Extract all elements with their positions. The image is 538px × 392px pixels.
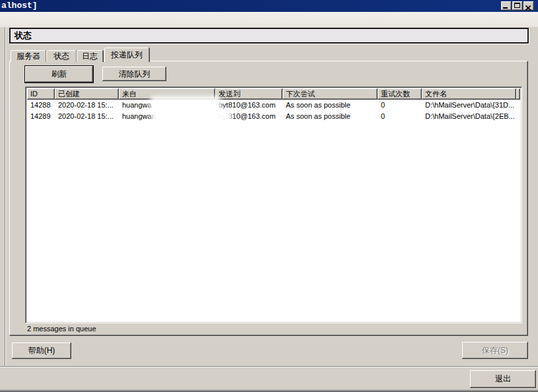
tab-status[interactable]: 状态 [46,50,77,62]
column-header-from[interactable]: 来自 [119,88,215,100]
table-row[interactable]: 14289 2020-02-18 15:... huangwan byt810@… [27,111,520,122]
left-splitter[interactable] [5,27,6,367]
column-header-next-try[interactable]: 下次尝试 [283,88,378,100]
titlebar[interactable]: alhost] [0,0,538,12]
window-title: alhost] [0,0,38,12]
column-header-to[interactable]: 发送到 [215,88,283,100]
window-top-band [0,12,538,27]
queue-listview: ID 已创建 来自 发送到 下次尝试 重试次数 文件名 14288 2020-0… [25,86,522,323]
delivery-queue-panel: 刷新 清除队列 ID 已创建 来自 发送到 下次尝试 重试次数 文件名 1428… [9,61,528,336]
tab-logging[interactable]: 日志 [77,50,103,62]
footer-separator [0,366,538,368]
maximize-icon [514,3,520,8]
minimize-icon [503,7,508,9]
column-header-filename[interactable]: 文件名 [422,88,516,100]
cell-to: byt810@163.com [215,100,283,111]
table-row[interactable]: 14288 2020-02-18 15:... huangwa byt810@1… [27,100,520,111]
cell-filename: D:\hMailServer\Data\{2EB... [422,111,516,122]
exit-button[interactable]: 退出 [470,370,536,388]
cell-retry-count: 0 [378,111,422,122]
tab-delivery-queue[interactable]: 投递队列 [104,48,149,62]
listview-header: ID 已创建 来自 发送到 下次尝试 重试次数 文件名 [27,88,520,100]
queue-count-status: 2 messages in queue [27,325,96,333]
page-header: 状态 [9,28,529,44]
cell-to: byt810@163.com [215,111,283,122]
page-title: 状态 [11,30,32,42]
close-button[interactable] [523,1,534,11]
refresh-button[interactable]: 刷新 [24,65,94,83]
cell-created: 2020-02-18 15:... [55,111,119,122]
close-icon [525,3,531,13]
column-header-spacer [516,88,520,100]
hmailserver-status-window: { "window": { "title_fragment": "alhost]… [0,0,538,392]
column-header-retry-count[interactable]: 重试次数 [378,88,422,100]
cell-id: 14289 [27,111,55,122]
clear-queue-button[interactable]: 清除队列 [102,67,166,81]
cell-created: 2020-02-18 15:... [55,100,119,111]
cell-id: 14288 [27,100,55,111]
cell-from: huangwa [119,100,215,111]
help-button[interactable]: 帮助(H) [12,343,71,359]
cell-from: huangwan [119,111,215,122]
minimize-button[interactable] [501,1,512,11]
column-header-id[interactable]: ID [27,88,55,100]
window-bottom-frame [0,389,538,392]
save-button: 保存(S) [462,342,528,359]
tabstrip: 服务器 状态 日志 投递队列 [11,48,149,62]
cell-filename: D:\hMailServer\Data\{31D... [422,100,516,111]
cell-next-try: As soon as possible [283,111,378,122]
maximize-button[interactable] [512,1,523,11]
queue-listview-inner: ID 已创建 来自 发送到 下次尝试 重试次数 文件名 14288 2020-0… [27,88,520,321]
cell-retry-count: 0 [378,100,422,111]
tab-server[interactable]: 服务器 [11,50,46,62]
window-controls [501,1,534,11]
cell-next-try: As soon as possible [283,100,378,111]
column-header-created[interactable]: 已创建 [55,88,119,100]
